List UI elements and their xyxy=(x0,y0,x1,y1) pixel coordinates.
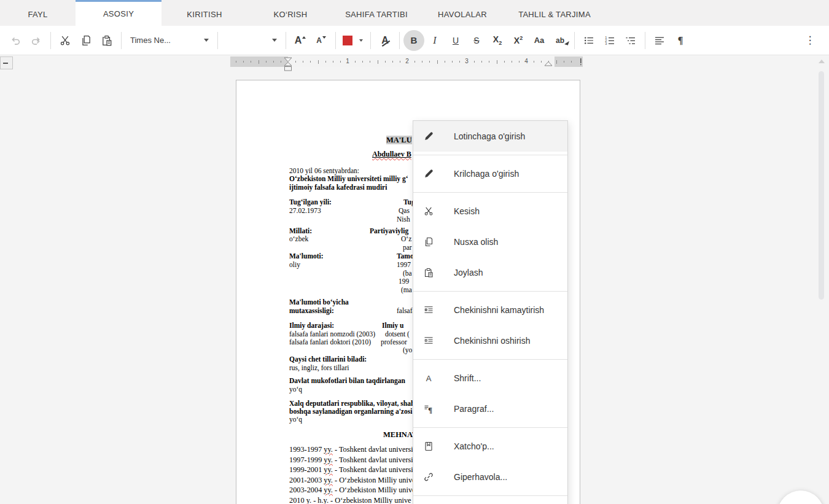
grow-font-button[interactable]: A xyxy=(290,30,311,51)
underline-icon: U xyxy=(453,36,459,45)
context-menu-item-chekinishni-oshirish[interactable]: Chekinishni oshirish xyxy=(413,325,567,356)
paste-icon xyxy=(424,268,434,277)
copy-icon xyxy=(424,237,434,247)
show-paragraph-marks-button[interactable]: ¶ xyxy=(670,30,691,51)
context-menu-item-chekinishni-kamaytirish[interactable]: Chekinishni kamaytirish xyxy=(413,295,567,325)
context-menu-item-xatcho-p[interactable]: Xatcho'p... xyxy=(413,431,567,462)
bookmark-icon xyxy=(424,441,434,451)
align-button[interactable] xyxy=(649,30,670,51)
ribbon-tab-sahifa-tartibi[interactable]: SAHIFA TARTIBI xyxy=(333,2,419,26)
ribbon-tab-tahlil-tarjima[interactable]: TAHLIL & TARJIMA xyxy=(505,2,604,26)
caret-down-icon xyxy=(322,36,326,39)
document-text-line: Millati: xyxy=(289,227,312,235)
copy-button[interactable] xyxy=(76,30,96,51)
font-size-combobox[interactable] xyxy=(222,31,282,50)
ribbon-tab-fayl[interactable]: FAYL xyxy=(0,2,76,26)
numbered-list-icon: 123 xyxy=(604,35,615,46)
context-menu-item-label: Kesish xyxy=(454,206,480,216)
highlight-color-button[interactable]: A xyxy=(375,30,395,51)
scissors-icon xyxy=(60,35,71,46)
bullet-list-icon xyxy=(583,35,594,46)
document-text-line: O‘z xyxy=(401,235,411,243)
context-menu: Lotinchaga o'girishKrilchaga o'girishKes… xyxy=(413,120,568,504)
strikethrough-button[interactable]: S xyxy=(466,30,487,51)
subscript-button[interactable]: X2 xyxy=(487,30,508,51)
text-highlight-button[interactable]: ab xyxy=(550,30,570,51)
ribbon-tab-kiritish[interactable]: KIRITISH xyxy=(162,2,247,26)
ribbon-tab-havolalar[interactable]: HAVOLALAR xyxy=(419,2,505,26)
document-text-line: 2003-2004 yy. - O‘zbekiston Milliy unive xyxy=(289,486,416,494)
context-menu-item-nusxa-olish[interactable]: Nusxa olish xyxy=(413,227,567,257)
context-menu-item-label: Nusxa olish xyxy=(454,237,498,247)
underline-button[interactable]: U xyxy=(445,30,466,51)
document-text-line: Qas xyxy=(399,207,410,215)
change-case-button[interactable]: Aa xyxy=(529,30,550,51)
chevron-down-icon xyxy=(204,39,209,42)
italic-button[interactable]: I xyxy=(424,30,445,51)
document-text-line: Ma'lumoti bo‘yicha xyxy=(289,298,349,306)
document-text-line: Tamo xyxy=(397,252,414,260)
superscript-icon: X2 xyxy=(514,35,523,45)
menu-separator xyxy=(413,192,567,193)
vertical-scrollbar-thumb[interactable] xyxy=(819,71,824,300)
bullet-list-button[interactable] xyxy=(578,30,599,51)
cut-button[interactable] xyxy=(55,30,76,51)
context-menu-item-paragraf[interactable]: ¶Paragraf... xyxy=(413,394,567,424)
caret-up-icon xyxy=(302,36,306,39)
document-text-line: rus, ingliz, fors tillari xyxy=(289,364,349,372)
overflow-menu-button[interactable]: ⋮ xyxy=(800,30,820,51)
horizontal-ruler[interactable]: 1234 xyxy=(230,56,583,67)
document-text-line: yo‘q xyxy=(289,386,302,394)
ribbon-tab-ko-rish[interactable]: KO‘RISH xyxy=(247,2,333,26)
ruler-left-margin xyxy=(230,56,288,67)
scissors-icon xyxy=(424,206,434,216)
menu-separator xyxy=(413,155,567,155)
left-indent-marker[interactable] xyxy=(285,67,292,71)
context-menu-item-label: Lotinchaga o'girish xyxy=(454,131,525,141)
context-menu-item-kesish[interactable]: Kesish xyxy=(413,196,567,227)
document-text-line: Xalq deputatlari respublika, viloyat, sh… xyxy=(289,400,414,408)
context-menu-item-joylash[interactable]: Joylash xyxy=(413,257,567,288)
undo-button[interactable] xyxy=(5,30,26,51)
ribbon-tab-asosiy[interactable]: ASOSIY xyxy=(76,0,162,26)
italic-icon: I xyxy=(433,35,436,46)
text-color-dropdown[interactable] xyxy=(356,30,367,51)
superscript-button[interactable]: X2 xyxy=(508,30,529,51)
document-text-line: O‘zbekiston Milliy universiteti milliy g… xyxy=(289,175,408,183)
context-menu-item-lotinchaga-o-girish[interactable]: Lotinchaga o'girish xyxy=(413,121,567,152)
context-menu-item-shrift[interactable]: AShrift... xyxy=(413,363,567,394)
context-menu-item-label: Giperhavola... xyxy=(454,472,507,482)
document-text-line: (yo xyxy=(403,346,412,354)
multilevel-list-icon xyxy=(625,35,636,46)
bold-button[interactable]: B xyxy=(403,30,424,51)
redo-button[interactable] xyxy=(26,30,47,51)
font-name-combobox[interactable]: Times Ne... xyxy=(125,31,214,50)
ellipsis-vertical-icon: ⋮ xyxy=(805,34,815,47)
scroll-up-icon[interactable] xyxy=(819,60,825,63)
context-menu-item-label: Shrift... xyxy=(454,373,481,383)
paste-button[interactable] xyxy=(96,30,117,51)
numbered-list-button[interactable]: 123 xyxy=(599,30,620,51)
document-text-line: Ilmiy darajasi: xyxy=(289,322,334,330)
align-left-icon xyxy=(654,35,665,46)
shrink-font-button[interactable]: A xyxy=(311,30,332,51)
tab-stop-selector[interactable] xyxy=(0,56,13,69)
text-color-button[interactable] xyxy=(340,30,356,51)
bold-icon: B xyxy=(411,35,418,45)
context-menu-item-label: Krilchaga o'girish xyxy=(454,169,519,179)
document-text-line: dotsent ( xyxy=(385,330,410,338)
context-menu-item-krilchaga-o-girish[interactable]: Krilchaga o'girish xyxy=(413,158,567,189)
document-text-line: falsafa fanlari nomzodi (2003) xyxy=(289,330,375,338)
document-text-line: 2001-2003 yy. - O‘zbekiston Milliy unive xyxy=(289,476,416,484)
font-name-value: Times Ne... xyxy=(130,36,171,45)
menu-separator xyxy=(413,495,567,496)
svg-text:3: 3 xyxy=(605,42,607,45)
pencil-icon xyxy=(424,131,434,141)
context-menu-item-label: Joylash xyxy=(454,268,483,277)
document-text-line: boshqa saylanadigan organlarning a'zosi xyxy=(289,408,412,416)
floating-action-button[interactable] xyxy=(777,490,824,504)
document-text-line: Ilmiy u xyxy=(382,322,403,330)
document-text-line: 27.02.1973 xyxy=(289,207,321,215)
context-menu-item-giperhavola[interactable]: Giperhavola... xyxy=(413,462,567,492)
multilevel-list-button[interactable] xyxy=(620,30,641,51)
